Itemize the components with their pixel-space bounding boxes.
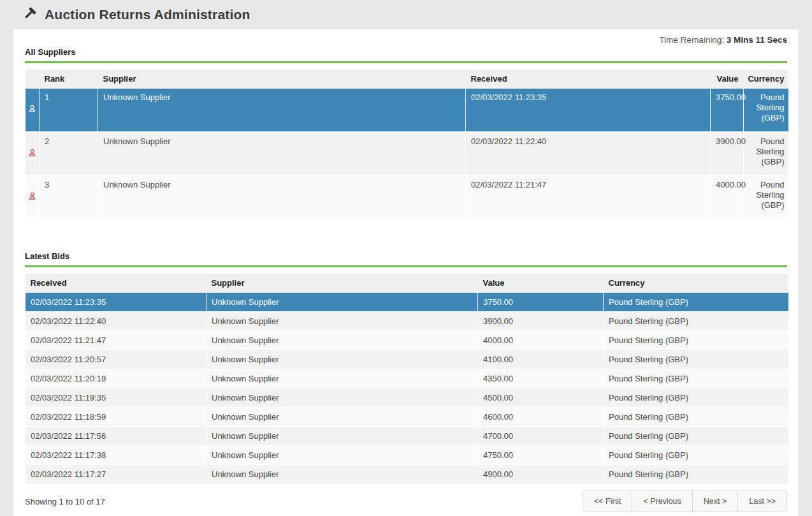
bid-received: 02/03/2022 11:17:38 — [25, 446, 207, 465]
supplier-name: Unknown Supplier — [98, 89, 466, 132]
latest-bids-section-head: Latest Bids — [25, 233, 787, 267]
bids-col-received: Received — [25, 274, 207, 293]
suppliers-col-rank: Rank — [40, 70, 98, 89]
pagination-button-group: << First < Previous Next > Last >> — [583, 490, 787, 512]
latest-bids-heading: Latest Bids — [25, 251, 69, 261]
bid-currency: Pound Sterling (GBP) — [604, 312, 788, 331]
bid-supplier: Unknown Supplier — [207, 293, 478, 312]
supplier-value: 3900.00 — [711, 132, 744, 175]
bid-supplier: Unknown Supplier — [207, 408, 478, 427]
bid-received: 02/03/2022 11:17:56 — [25, 427, 207, 446]
last-page-button[interactable]: Last >> — [737, 490, 787, 512]
user-icon — [27, 191, 37, 202]
bid-supplier: Unknown Supplier — [207, 369, 478, 388]
bid-value: 4100.00 — [478, 350, 604, 369]
main-card: All Suppliers Time Remaining: 3 Mins 11 … — [13, 29, 799, 516]
supplier-value: 4000.00 — [711, 175, 744, 219]
bid-value: 4350.00 — [478, 369, 604, 388]
supplier-name: Unknown Supplier — [98, 132, 466, 175]
supplier-value: 3750.00 — [711, 89, 744, 132]
bid-currency: Pound Sterling (GBP) — [604, 427, 788, 446]
bid-row[interactable]: 02/03/2022 11:20:57 Unknown Supplier 410… — [25, 350, 788, 369]
bid-currency: Pound Sterling (GBP) — [604, 388, 788, 408]
suppliers-col-supplier: Supplier — [98, 70, 466, 89]
bid-received: 02/03/2022 11:20:19 — [25, 369, 207, 388]
bid-row[interactable]: 02/03/2022 11:22:40 Unknown Supplier 390… — [25, 312, 788, 331]
bid-supplier: Unknown Supplier — [207, 465, 478, 484]
bids-col-value: Value — [478, 274, 604, 293]
supplier-status-cell — [25, 89, 40, 132]
bid-row[interactable]: 02/03/2022 11:21:47 Unknown Supplier 400… — [25, 331, 788, 350]
bid-currency: Pound Sterling (GBP) — [604, 331, 788, 350]
bid-value: 4900.00 — [478, 465, 604, 484]
bid-value: 3900.00 — [478, 312, 604, 331]
bid-supplier: Unknown Supplier — [207, 427, 478, 446]
supplier-status-cell — [25, 175, 40, 219]
suppliers-col-value: Value — [711, 70, 744, 89]
supplier-rank: 3 — [40, 175, 98, 219]
pagination-summary: Showing 1 to 10 of 17 — [25, 497, 105, 506]
bid-value: 4700.00 — [478, 427, 604, 446]
bid-currency: Pound Sterling (GBP) — [604, 446, 788, 465]
supplier-rank: 2 — [40, 132, 98, 175]
bid-supplier: Unknown Supplier — [207, 388, 478, 408]
all-suppliers-heading: All Suppliers — [25, 47, 75, 57]
previous-page-button[interactable]: < Previous — [632, 490, 692, 512]
bid-received: 02/03/2022 11:21:47 — [25, 331, 207, 350]
first-page-button[interactable]: << First — [583, 490, 632, 512]
bid-received: 02/03/2022 11:19:35 — [25, 388, 207, 408]
bid-currency: Pound Sterling (GBP) — [604, 369, 788, 388]
bid-row[interactable]: 02/03/2022 11:20:19 Unknown Supplier 435… — [25, 369, 788, 388]
latest-bids-table: Received Supplier Value Currency 02/03/2… — [25, 274, 788, 484]
bid-received: 02/03/2022 11:17:27 — [25, 465, 207, 484]
supplier-currency: Pound Sterling (GBP) — [744, 89, 788, 132]
bid-received: 02/03/2022 11:23:35 — [25, 293, 207, 312]
supplier-currency: Pound Sterling (GBP) — [744, 175, 788, 219]
bid-supplier: Unknown Supplier — [207, 350, 478, 369]
bid-received: 02/03/2022 11:18:59 — [25, 408, 207, 427]
bid-row[interactable]: 02/03/2022 11:18:59 Unknown Supplier 460… — [25, 408, 788, 427]
bid-supplier: Unknown Supplier — [207, 446, 478, 465]
supplier-name: Unknown Supplier — [98, 175, 466, 219]
supplier-rank: 1 — [40, 89, 98, 132]
pagination: Showing 1 to 10 of 17 << First < Previou… — [25, 484, 787, 512]
bid-value: 4500.00 — [478, 388, 604, 408]
bid-row[interactable]: 02/03/2022 11:19:35 Unknown Supplier 450… — [25, 388, 788, 408]
bid-value: 3750.00 — [478, 293, 604, 312]
bid-value: 4750.00 — [478, 446, 604, 465]
bids-col-currency: Currency — [604, 274, 788, 293]
bid-currency: Pound Sterling (GBP) — [604, 408, 788, 427]
supplier-row[interactable]: 1 Unknown Supplier 02/03/2022 11:23:35 3… — [25, 89, 788, 132]
supplier-received: 02/03/2022 11:23:35 — [466, 89, 711, 132]
page-title: Auction Returns Administration — [45, 7, 250, 22]
gavel-icon — [20, 6, 38, 23]
user-icon — [27, 103, 37, 114]
bids-col-supplier: Supplier — [207, 274, 478, 293]
bid-row[interactable]: 02/03/2022 11:17:38 Unknown Supplier 475… — [25, 446, 788, 465]
suppliers-col-received: Received — [466, 70, 711, 89]
bid-row[interactable]: 02/03/2022 11:17:56 Unknown Supplier 470… — [25, 427, 788, 446]
top-bar: Auction Returns Administration — [0, 0, 812, 29]
time-remaining: Time Remaining: 3 Mins 11 Secs — [659, 35, 787, 45]
time-remaining-label: Time Remaining: — [659, 35, 724, 45]
bid-currency: Pound Sterling (GBP) — [604, 293, 788, 312]
bid-supplier: Unknown Supplier — [207, 312, 478, 331]
bid-currency: Pound Sterling (GBP) — [604, 350, 788, 369]
bid-received: 02/03/2022 11:20:57 — [25, 350, 207, 369]
bid-row[interactable]: 02/03/2022 11:23:35 Unknown Supplier 375… — [25, 293, 788, 312]
bid-row[interactable]: 02/03/2022 11:17:27 Unknown Supplier 490… — [25, 465, 788, 484]
supplier-status-cell — [25, 132, 40, 175]
suppliers-header-row: Rank Supplier Received Value Currency — [25, 70, 788, 89]
time-remaining-value: 3 Mins 11 Secs — [727, 35, 787, 45]
next-page-button[interactable]: Next > — [692, 490, 738, 512]
supplier-row[interactable]: 3 Unknown Supplier 02/03/2022 11:21:47 4… — [25, 175, 788, 219]
bid-value: 4600.00 — [478, 408, 604, 427]
bid-currency: Pound Sterling (GBP) — [604, 465, 788, 484]
bids-header-row: Received Supplier Value Currency — [25, 274, 788, 293]
supplier-currency: Pound Sterling (GBP) — [744, 132, 788, 175]
supplier-row[interactable]: 2 Unknown Supplier 02/03/2022 11:22:40 3… — [25, 132, 788, 175]
suppliers-col-currency: Currency — [744, 70, 788, 89]
user-icon — [27, 147, 37, 158]
all-suppliers-section-head: All Suppliers Time Remaining: 3 Mins 11 … — [25, 29, 787, 63]
supplier-received: 02/03/2022 11:22:40 — [466, 132, 711, 175]
